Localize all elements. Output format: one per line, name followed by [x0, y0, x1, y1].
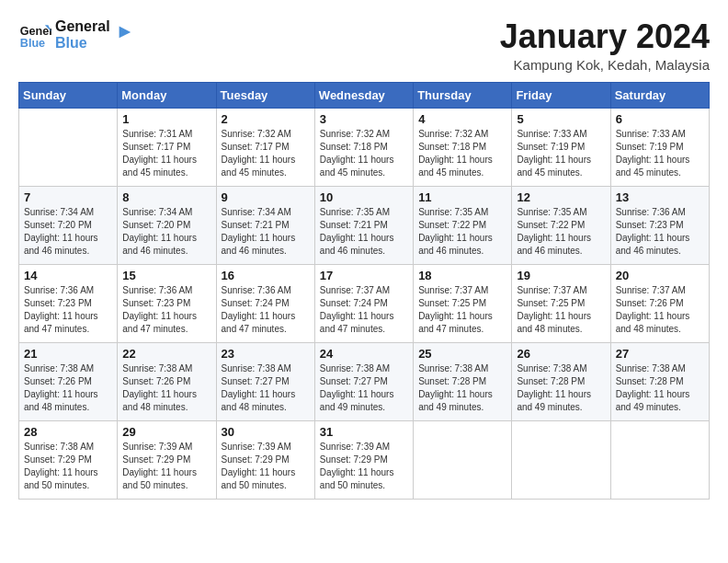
day-info: Sunrise: 7:39 AM Sunset: 7:29 PM Dayligh… [222, 441, 310, 492]
day-number: 30 [222, 425, 310, 439]
day-info: Sunrise: 7:35 AM Sunset: 7:22 PM Dayligh… [418, 206, 506, 258]
day-number: 21 [24, 347, 112, 361]
calendar-cell: 13Sunrise: 7:36 AM Sunset: 7:23 PM Dayli… [610, 186, 709, 264]
calendar-week-2: 7Sunrise: 7:34 AM Sunset: 7:20 PM Daylig… [19, 186, 710, 264]
day-number: 16 [222, 269, 310, 282]
day-info: Sunrise: 7:36 AM Sunset: 7:23 PM Dayligh… [616, 206, 704, 258]
day-info: Sunrise: 7:32 AM Sunset: 7:18 PM Dayligh… [418, 128, 506, 179]
day-info: Sunrise: 7:38 AM Sunset: 7:26 PM Dayligh… [24, 362, 112, 414]
title-block: January 2024 Kampung Kok, Kedah, Malaysi… [500, 18, 710, 73]
logo-blue: Blue [55, 35, 110, 52]
calendar-cell [512, 420, 610, 499]
calendar-cell: 27Sunrise: 7:38 AM Sunset: 7:28 PM Dayli… [610, 342, 709, 420]
day-number: 15 [122, 269, 210, 282]
day-info: Sunrise: 7:34 AM Sunset: 7:20 PM Dayligh… [24, 206, 112, 258]
day-info: Sunrise: 7:36 AM Sunset: 7:23 PM Dayligh… [122, 284, 210, 336]
day-info: Sunrise: 7:32 AM Sunset: 7:17 PM Dayligh… [222, 128, 310, 179]
header-day-sunday: Sunday [19, 82, 118, 108]
calendar-cell: 1Sunrise: 7:31 AM Sunset: 7:17 PM Daylig… [118, 108, 216, 186]
day-number: 10 [320, 190, 408, 204]
day-info: Sunrise: 7:38 AM Sunset: 7:28 PM Dayligh… [616, 362, 704, 414]
day-number: 28 [24, 425, 112, 439]
calendar-cell: 4Sunrise: 7:32 AM Sunset: 7:18 PM Daylig… [414, 108, 512, 186]
day-number: 23 [222, 347, 310, 361]
day-info: Sunrise: 7:37 AM Sunset: 7:25 PM Dayligh… [418, 284, 506, 336]
calendar-cell: 5Sunrise: 7:33 AM Sunset: 7:19 PM Daylig… [512, 108, 610, 186]
logo: General Blue General Blue [18, 18, 132, 52]
day-number: 11 [418, 190, 506, 204]
logo-arrow-icon [116, 23, 132, 40]
calendar-cell: 10Sunrise: 7:35 AM Sunset: 7:21 PM Dayli… [314, 186, 413, 264]
day-number: 18 [418, 269, 506, 282]
calendar-cell: 12Sunrise: 7:35 AM Sunset: 7:22 PM Dayli… [512, 186, 610, 264]
calendar-body: 1Sunrise: 7:31 AM Sunset: 7:17 PM Daylig… [19, 108, 710, 499]
calendar-week-1: 1Sunrise: 7:31 AM Sunset: 7:17 PM Daylig… [19, 108, 710, 186]
calendar-cell: 30Sunrise: 7:39 AM Sunset: 7:29 PM Dayli… [216, 420, 314, 499]
day-number: 24 [320, 347, 408, 361]
calendar-cell: 8Sunrise: 7:34 AM Sunset: 7:20 PM Daylig… [118, 186, 216, 264]
calendar-cell: 14Sunrise: 7:36 AM Sunset: 7:23 PM Dayli… [19, 264, 118, 342]
day-number: 4 [418, 112, 506, 126]
calendar-cell: 29Sunrise: 7:39 AM Sunset: 7:29 PM Dayli… [118, 420, 216, 499]
calendar-cell: 21Sunrise: 7:38 AM Sunset: 7:26 PM Dayli… [19, 342, 118, 420]
calendar-cell: 20Sunrise: 7:37 AM Sunset: 7:26 PM Dayli… [610, 264, 709, 342]
day-info: Sunrise: 7:37 AM Sunset: 7:26 PM Dayligh… [616, 284, 704, 336]
day-number: 2 [222, 112, 310, 126]
calendar-cell: 11Sunrise: 7:35 AM Sunset: 7:22 PM Dayli… [414, 186, 512, 264]
day-number: 29 [122, 425, 210, 439]
day-info: Sunrise: 7:38 AM Sunset: 7:28 PM Dayligh… [517, 362, 605, 414]
day-number: 31 [320, 425, 408, 439]
month-title: January 2024 [500, 18, 710, 55]
day-info: Sunrise: 7:36 AM Sunset: 7:24 PM Dayligh… [222, 284, 310, 336]
day-number: 8 [122, 190, 210, 204]
day-number: 20 [616, 269, 704, 282]
calendar-cell: 15Sunrise: 7:36 AM Sunset: 7:23 PM Dayli… [118, 264, 216, 342]
day-number: 17 [320, 269, 408, 282]
calendar-cell: 25Sunrise: 7:38 AM Sunset: 7:28 PM Dayli… [414, 342, 512, 420]
day-info: Sunrise: 7:34 AM Sunset: 7:20 PM Dayligh… [122, 206, 210, 258]
day-info: Sunrise: 7:35 AM Sunset: 7:21 PM Dayligh… [320, 206, 408, 258]
day-info: Sunrise: 7:31 AM Sunset: 7:17 PM Dayligh… [122, 128, 210, 179]
header-day-thursday: Thursday [414, 82, 512, 108]
calendar-cell [414, 420, 512, 499]
day-info: Sunrise: 7:33 AM Sunset: 7:19 PM Dayligh… [517, 128, 605, 179]
calendar-cell: 24Sunrise: 7:38 AM Sunset: 7:27 PM Dayli… [314, 342, 413, 420]
calendar-table: SundayMondayTuesdayWednesdayThursdayFrid… [18, 82, 710, 500]
day-number: 26 [517, 347, 605, 361]
day-number: 1 [122, 112, 210, 126]
day-number: 25 [418, 347, 506, 361]
day-number: 6 [616, 112, 704, 126]
day-number: 3 [320, 112, 408, 126]
calendar-cell: 7Sunrise: 7:34 AM Sunset: 7:20 PM Daylig… [19, 186, 118, 264]
day-info: Sunrise: 7:37 AM Sunset: 7:24 PM Dayligh… [320, 284, 408, 336]
calendar-cell: 19Sunrise: 7:37 AM Sunset: 7:25 PM Dayli… [512, 264, 610, 342]
calendar-cell: 23Sunrise: 7:38 AM Sunset: 7:27 PM Dayli… [216, 342, 314, 420]
calendar-cell: 22Sunrise: 7:38 AM Sunset: 7:26 PM Dayli… [118, 342, 216, 420]
header-day-tuesday: Tuesday [216, 82, 314, 108]
logo-icon: General Blue [18, 18, 51, 52]
header-day-wednesday: Wednesday [314, 82, 413, 108]
calendar-week-3: 14Sunrise: 7:36 AM Sunset: 7:23 PM Dayli… [19, 264, 710, 342]
day-info: Sunrise: 7:36 AM Sunset: 7:23 PM Dayligh… [24, 284, 112, 336]
day-number: 12 [517, 190, 605, 204]
day-info: Sunrise: 7:38 AM Sunset: 7:28 PM Dayligh… [418, 362, 506, 414]
logo-general: General [55, 18, 110, 35]
svg-text:Blue: Blue [20, 37, 45, 50]
day-number: 13 [616, 190, 704, 204]
calendar-cell [610, 420, 709, 499]
calendar-cell: 18Sunrise: 7:37 AM Sunset: 7:25 PM Dayli… [414, 264, 512, 342]
calendar-cell: 28Sunrise: 7:38 AM Sunset: 7:29 PM Dayli… [19, 420, 118, 499]
calendar-cell: 3Sunrise: 7:32 AM Sunset: 7:18 PM Daylig… [314, 108, 413, 186]
day-info: Sunrise: 7:38 AM Sunset: 7:29 PM Dayligh… [24, 441, 112, 492]
location: Kampung Kok, Kedah, Malaysia [500, 57, 710, 73]
day-info: Sunrise: 7:38 AM Sunset: 7:27 PM Dayligh… [320, 362, 408, 414]
header-day-saturday: Saturday [610, 82, 709, 108]
calendar-cell: 16Sunrise: 7:36 AM Sunset: 7:24 PM Dayli… [216, 264, 314, 342]
day-number: 7 [24, 190, 112, 204]
calendar-cell: 9Sunrise: 7:34 AM Sunset: 7:21 PM Daylig… [216, 186, 314, 264]
day-number: 14 [24, 269, 112, 282]
calendar-cell [19, 108, 118, 186]
page-header: General Blue General Blue January 2024 K… [18, 18, 710, 73]
day-number: 22 [122, 347, 210, 361]
calendar-cell: 6Sunrise: 7:33 AM Sunset: 7:19 PM Daylig… [610, 108, 709, 186]
